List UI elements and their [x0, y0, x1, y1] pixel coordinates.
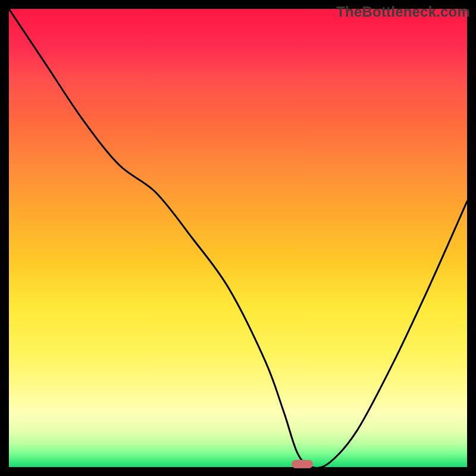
watermark-text: TheBottleneck.com — [336, 4, 470, 20]
bottleneck-curve — [9, 9, 467, 467]
chart-plot-area — [9, 9, 467, 467]
optimal-marker — [292, 460, 313, 468]
